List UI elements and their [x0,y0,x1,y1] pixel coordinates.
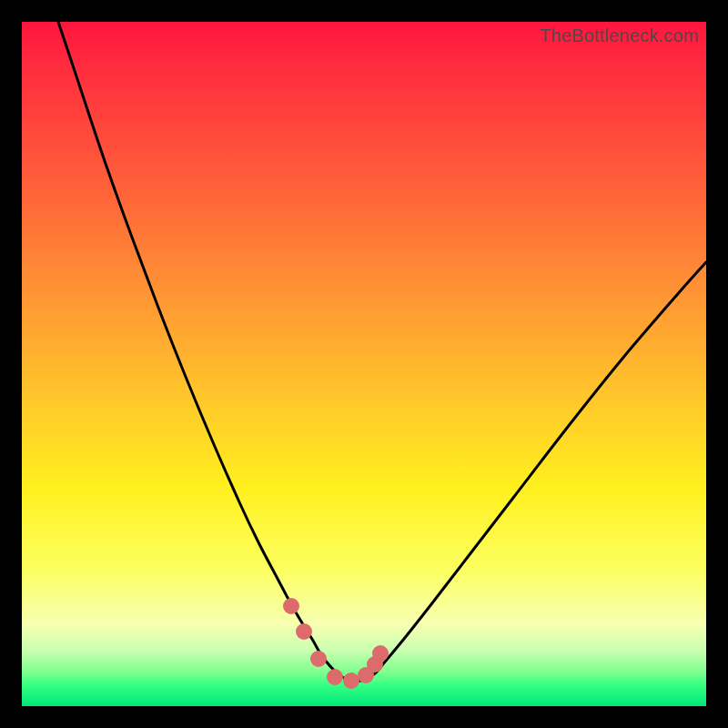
floor-marker [296,623,312,640]
watermark-text: TheBottleneck.com [540,25,699,46]
chart-svg [22,22,706,706]
floor-marker [283,598,299,614]
floor-marker [310,651,327,667]
bottleneck-curve [58,22,706,681]
floor-marker [343,672,359,689]
floor-marker [372,645,389,662]
floor-markers-group [283,598,389,689]
floor-marker [327,669,343,685]
chart-frame: TheBottleneck.com [22,22,706,706]
